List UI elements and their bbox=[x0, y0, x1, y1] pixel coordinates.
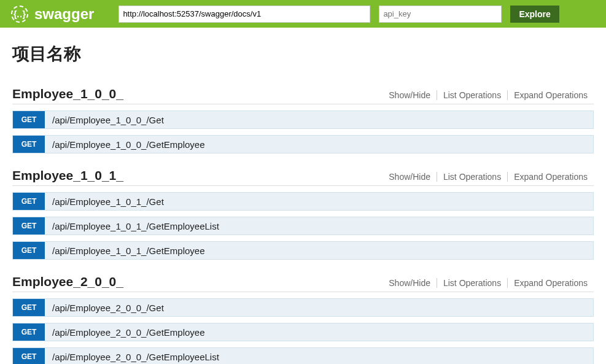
list-operations-link[interactable]: List Operations bbox=[437, 172, 507, 182]
http-method-badge[interactable]: GET bbox=[13, 136, 45, 153]
swagger-icon: {‥} bbox=[11, 6, 28, 23]
logo[interactable]: {‥} swagger bbox=[11, 6, 94, 23]
expand-operations-link[interactable]: Expand Operations bbox=[508, 172, 594, 182]
list-operations-link[interactable]: List Operations bbox=[437, 90, 507, 100]
operation-path[interactable]: /api/Employee_1_0_1_/GetEmployee bbox=[45, 242, 205, 259]
section-actions: Show/HideList OperationsExpand Operation… bbox=[383, 90, 594, 100]
show-hide-link[interactable]: Show/Hide bbox=[383, 90, 437, 100]
expand-operations-link[interactable]: Expand Operations bbox=[508, 90, 594, 100]
brand-text: swagger bbox=[34, 6, 94, 23]
header-bar: {‥} swagger Explore bbox=[0, 0, 606, 28]
operation-row[interactable]: GET/api/Employee_1_0_0_/GetEmployee bbox=[12, 135, 594, 153]
section-header: Employee_2_0_0_Show/HideList OperationsE… bbox=[12, 274, 594, 292]
operation-row[interactable]: GET/api/Employee_1_0_1_/Get bbox=[12, 192, 594, 211]
spec-url-input[interactable] bbox=[118, 6, 370, 23]
operation-path[interactable]: /api/Employee_2_0_0_/GetEmployeeList bbox=[45, 348, 219, 364]
operation-path[interactable]: /api/Employee_1_0_0_/GetEmployee bbox=[45, 136, 205, 153]
operation-path[interactable]: /api/Employee_1_0_1_/GetEmployeeList bbox=[45, 217, 219, 234]
operation-row[interactable]: GET/api/Employee_2_0_0_/GetEmployee bbox=[12, 323, 594, 341]
operation-row[interactable]: GET/api/Employee_1_0_1_/GetEmployee bbox=[12, 241, 594, 260]
page-title: 项目名称 bbox=[12, 42, 594, 66]
section-title[interactable]: Employee_1_0_1_ bbox=[12, 168, 123, 183]
operation-path[interactable]: /api/Employee_1_0_0_/Get bbox=[45, 111, 164, 128]
http-method-badge[interactable]: GET bbox=[13, 217, 45, 234]
section-actions: Show/HideList OperationsExpand Operation… bbox=[383, 278, 594, 288]
operation-row[interactable]: GET/api/Employee_2_0_0_/GetEmployeeList bbox=[12, 347, 594, 364]
section-header: Employee_1_0_1_Show/HideList OperationsE… bbox=[12, 168, 594, 186]
http-method-badge[interactable]: GET bbox=[13, 193, 45, 210]
api-section: Employee_1_0_0_Show/HideList OperationsE… bbox=[12, 87, 594, 153]
show-hide-link[interactable]: Show/Hide bbox=[383, 172, 437, 182]
operation-path[interactable]: /api/Employee_2_0_0_/GetEmployee bbox=[45, 323, 205, 341]
list-operations-link[interactable]: List Operations bbox=[437, 278, 507, 288]
http-method-badge[interactable]: GET bbox=[13, 111, 45, 128]
operation-row[interactable]: GET/api/Employee_1_0_1_/GetEmployeeList bbox=[12, 217, 594, 235]
api-section: Employee_2_0_0_Show/HideList OperationsE… bbox=[12, 274, 594, 364]
operation-path[interactable]: /api/Employee_2_0_0_/Get bbox=[45, 299, 164, 316]
section-title[interactable]: Employee_2_0_0_ bbox=[12, 274, 123, 289]
http-method-badge[interactable]: GET bbox=[13, 242, 45, 259]
api-key-input[interactable] bbox=[379, 6, 502, 23]
http-method-badge[interactable]: GET bbox=[13, 348, 45, 364]
show-hide-link[interactable]: Show/Hide bbox=[383, 278, 437, 288]
section-actions: Show/HideList OperationsExpand Operation… bbox=[383, 172, 594, 182]
operation-row[interactable]: GET/api/Employee_2_0_0_/Get bbox=[12, 298, 594, 317]
http-method-badge[interactable]: GET bbox=[13, 299, 45, 316]
operation-path[interactable]: /api/Employee_1_0_1_/Get bbox=[45, 193, 164, 210]
section-title[interactable]: Employee_1_0_0_ bbox=[12, 87, 123, 101]
section-header: Employee_1_0_0_Show/HideList OperationsE… bbox=[12, 87, 594, 104]
explore-button[interactable]: Explore bbox=[510, 6, 559, 23]
operation-row[interactable]: GET/api/Employee_1_0_0_/Get bbox=[12, 110, 594, 129]
http-method-badge[interactable]: GET bbox=[13, 323, 45, 341]
expand-operations-link[interactable]: Expand Operations bbox=[508, 278, 594, 288]
api-section: Employee_1_0_1_Show/HideList OperationsE… bbox=[12, 168, 594, 260]
main-content: 项目名称 Employee_1_0_0_Show/HideList Operat… bbox=[0, 28, 606, 364]
